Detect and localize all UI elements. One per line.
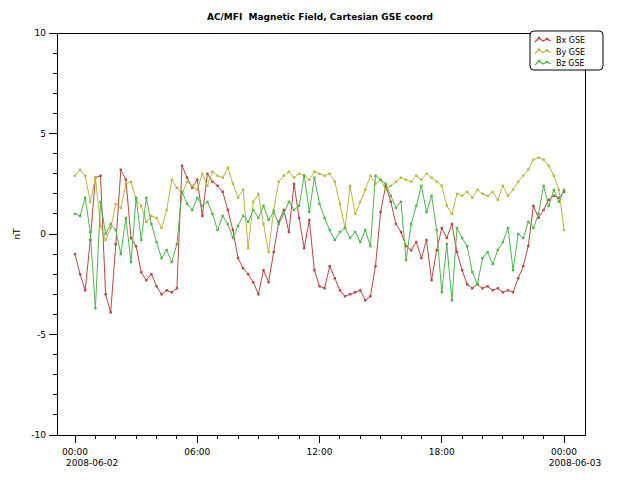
legend-label-bz: Bz GSE (556, 59, 585, 68)
svg-text:-5: -5 (37, 330, 46, 340)
series-bx (74, 165, 565, 314)
svg-text:06:00: 06:00 (184, 447, 210, 457)
svg-text:5: 5 (40, 129, 46, 139)
svg-text:-10: -10 (31, 430, 46, 440)
plot-window: AC/MFI Magnetic Field, Cartesian GSE coo… (0, 0, 640, 480)
svg-text:0: 0 (40, 229, 46, 239)
x-date-right: 2008-06-03 (549, 458, 601, 468)
x-date-left: 2008-06-02 (66, 458, 118, 468)
y-axis-label: nT (12, 228, 22, 240)
svg-text:18:00: 18:00 (429, 447, 455, 457)
svg-text:10: 10 (35, 28, 47, 38)
y-axis-ticks (49, 33, 57, 435)
x-axis-ticks (75, 435, 564, 443)
legend: Bx GSEBy GSEBz GSE (530, 31, 603, 70)
tick-labels: 00:0006:0012:0018:0000:002008-06-022008-… (62, 447, 601, 468)
plot-canvas: 00:0006:0012:0018:0000:002008-06-022008-… (0, 0, 640, 480)
svg-text:12:00: 12:00 (307, 447, 333, 457)
legend-label-by: By GSE (556, 48, 585, 57)
svg-text:00:00: 00:00 (62, 447, 88, 457)
svg-text:00:00: 00:00 (551, 447, 577, 457)
legend-label-bx: Bx GSE (556, 36, 585, 45)
